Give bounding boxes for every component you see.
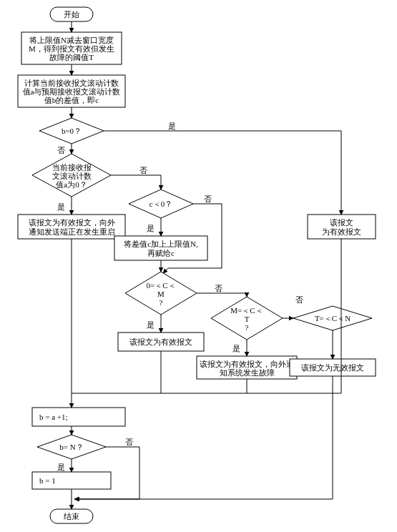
l2: 再赋给c: [147, 249, 175, 257]
l3: 值a为0？: [56, 180, 87, 189]
l3: ?: [245, 323, 249, 332]
node-c-range1: 0=＜C＜ M ?: [125, 272, 197, 315]
l3: 故障的阈值T: [49, 53, 94, 61]
node-c-range2: M=＜C＜ T ?: [211, 297, 283, 340]
edge-aZero-no-label: 否: [139, 166, 147, 174]
label: 开始: [64, 10, 79, 19]
l3: ?: [160, 298, 163, 307]
edge-bEqN-no-label: 否: [125, 438, 133, 446]
edge-invalid-end: [75, 376, 333, 499]
l1: 该报文为有效报文，向外: [29, 218, 115, 227]
l2: M，得到报文有效但发生: [29, 44, 114, 53]
l2: 文滚动计数: [52, 172, 92, 180]
node-calc-c: 计算当前接收报文滚动计数 值a与预期接收报文滚动计数 值b的差值，即c: [18, 75, 125, 107]
node-end: 结束: [50, 509, 93, 523]
l2: T: [245, 315, 250, 323]
edge-aZero-yes-label: 是: [57, 202, 65, 211]
label: 结束: [64, 512, 79, 521]
l2: 知系统发生故障: [220, 368, 275, 377]
node-a-zero: 当前接收报 文滚动计数 值a为0？: [32, 154, 111, 197]
node-c-range3: T=＜C＜N: [293, 306, 372, 330]
node-inc-b: b = a +1;: [32, 408, 125, 426]
edge-cRange1-no-label: 否: [215, 284, 222, 292]
l3: 值b的差值，即c: [44, 96, 99, 104]
edge-bEqN-yes-label: 是: [57, 463, 65, 471]
l1: 计算当前接收报文滚动计数: [24, 79, 119, 87]
l1: 0=＜C＜: [146, 281, 175, 290]
edge-cNeg-yes-label: 是: [147, 224, 155, 232]
node-reset-b: b = 1: [32, 472, 111, 489]
l1: 该报文为有效报文，向外通: [200, 360, 294, 368]
node-valid-b: 该报文 为有效报文: [308, 215, 376, 239]
edge-cRange1-no: [197, 293, 247, 297]
edge-cRange2-no-label: 否: [295, 295, 303, 304]
label: b=0？: [62, 127, 82, 135]
l2: 为有效报文: [322, 227, 361, 236]
label: c＜0？: [150, 200, 172, 208]
edge-fault-merge: [161, 379, 247, 393]
label: 该报文为无效报文: [301, 363, 364, 372]
l1: M=＜C＜: [230, 306, 263, 315]
node-b-zero: b=0？: [39, 118, 104, 144]
l1: 该报文: [330, 218, 353, 227]
label: 该报文为有效报文: [129, 338, 192, 346]
edge-validA-merge: [72, 351, 161, 393]
node-calc-t: 将上限值N减去窗口宽度 M，得到报文有效但发生 故障的阈值T: [21, 32, 122, 64]
edge-cNeg-no-label: 否: [204, 194, 212, 203]
l2: 值a与预期接收报文滚动计数: [23, 87, 121, 96]
node-restart: 该报文为有效报文，向外 通知发送端正在发生重启: [18, 215, 125, 239]
edge-aZero-no: [111, 175, 161, 189]
label: b= N？: [59, 443, 83, 451]
edge-bZero-yes-label: 是: [168, 122, 176, 130]
label: b = a +1;: [39, 413, 68, 421]
l1: 当前接收报: [52, 163, 92, 172]
node-invalid: 该报文为无效报文: [290, 359, 376, 376]
l2: M: [157, 290, 165, 298]
label: T=＜C＜N: [315, 314, 351, 322]
node-start: 开始: [50, 7, 93, 21]
node-c-neg: c＜0？: [129, 189, 193, 218]
label: b = 1: [39, 476, 56, 485]
l1: 将上限值N减去窗口宽度: [29, 36, 114, 44]
node-fault: 该报文为有效报文，向外通 知系统发生故障: [197, 356, 297, 379]
edge-cRange2-yes-label: 是: [232, 344, 240, 353]
l1: 将差值c加上上限值N,: [123, 240, 198, 248]
edge-bZero-no-label: 否: [57, 146, 65, 154]
node-add-n: 将差值c加上上限值N, 再赋给c: [114, 236, 207, 260]
edge-cRange1-yes-label: 是: [147, 320, 155, 329]
flowchart: 开始 将上限值N减去窗口宽度 M，得到报文有效但发生 故障的阈值T 计算当前接收…: [0, 0, 397, 532]
node-b-eq-n: b= N？: [37, 435, 106, 459]
node-valid-a: 该报文为有效报文: [118, 332, 204, 351]
l2: 通知发送端正在发生重启: [29, 227, 115, 236]
